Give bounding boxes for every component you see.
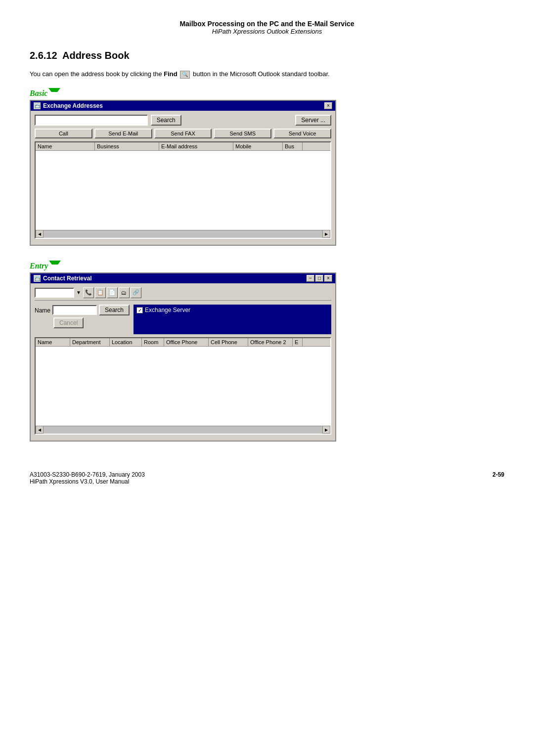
exchange-col-email: E-Mail address xyxy=(159,142,233,150)
contact-dialog-icon: 📇 xyxy=(34,275,41,282)
contact-toolbar-copy-btn[interactable]: 📋 xyxy=(95,287,106,298)
contact-dialog-body: ▼ 📞 📋 📄 🗂 🔗 Name Search Cancel xyxy=(31,283,335,441)
exchange-list-area: Name Business E-Mail address Mobile Bus … xyxy=(35,141,331,239)
exchange-dialog-controls: × xyxy=(324,102,332,109)
exchange-scroll-right[interactable]: ▶ xyxy=(322,230,330,238)
contact-list-body xyxy=(36,347,330,426)
contact-toolbar-doc-btn[interactable]: 📄 xyxy=(107,287,118,298)
contact-list-area: Name Department Location Room Office Pho… xyxy=(35,337,331,435)
contact-toolbar-input[interactable] xyxy=(35,288,74,298)
exchange-scroll-left[interactable]: ◀ xyxy=(36,230,44,238)
contact-cancel-row: Cancel xyxy=(35,317,130,328)
exchange-dialog-titlebar: 📇 Exchange Addresses × xyxy=(31,101,335,111)
exchange-search-button[interactable]: Search xyxy=(151,115,181,126)
page-title: Mailbox Processing on the PC and the E-M… xyxy=(30,20,504,28)
exchange-dialog-title-left: 📇 Exchange Addresses xyxy=(34,102,103,109)
section-heading: 2.6.12 Address Book xyxy=(30,50,504,61)
footer-left: A31003-S2330-B690-2-7619, January 2003 H… xyxy=(30,471,145,485)
find-icon: 🔍 xyxy=(180,71,190,79)
contact-col-location: Location xyxy=(110,338,142,346)
page-subtitle: HiPath Xpressions Outlook Extensions xyxy=(30,28,504,35)
exchange-list-body xyxy=(36,151,330,230)
exchange-server-checkbox[interactable]: ✓ xyxy=(136,307,143,313)
footer-doc-ref: A31003-S2330-B690-2-7619, January 2003 xyxy=(30,471,145,478)
contact-col-room: Room xyxy=(142,338,164,346)
contact-col-department: Department xyxy=(70,338,110,346)
contact-col-office-phone2: Office Phone 2 xyxy=(248,338,293,346)
exchange-actions-row: Call Send E-Mail Send FAX Send SMS Send … xyxy=(35,129,331,138)
exchange-close-button[interactable]: × xyxy=(324,102,332,109)
footer-page-number: 2-59 xyxy=(492,471,504,485)
exchange-dialog-title: Exchange Addresses xyxy=(43,102,103,109)
exchange-col-bus: Bus xyxy=(283,142,303,150)
exchange-list-header: Name Business E-Mail address Mobile Bus xyxy=(36,142,330,151)
contact-name-input[interactable] xyxy=(52,305,97,315)
contact-scroll-track[interactable] xyxy=(44,426,322,434)
contact-name-row: Name Search xyxy=(35,305,130,315)
exchange-col-name: Name xyxy=(36,142,95,150)
exchange-dialog-icon: 📇 xyxy=(34,102,41,109)
exchange-addresses-dialog: 📇 Exchange Addresses × Search Server ...… xyxy=(30,100,336,246)
contact-search-area: Name Search Cancel ✓ Exchange Server xyxy=(35,305,331,334)
contact-scrollbar-horizontal[interactable]: ◀ ▶ xyxy=(36,426,330,434)
contact-dialog-controls: − □ × xyxy=(307,275,332,282)
contact-toolbar-phone-btn[interactable]: 📞 xyxy=(83,287,94,298)
exchange-send-voice-button[interactable]: Send Voice xyxy=(273,129,331,138)
contact-toolbar: ▼ 📞 📋 📄 🗂 🔗 xyxy=(35,287,331,301)
contact-toolbar-link-btn[interactable]: 🔗 xyxy=(131,287,141,298)
exchange-send-fax-button[interactable]: Send FAX xyxy=(154,129,212,138)
contact-dialog-title: Contact Retrieval xyxy=(43,275,92,282)
contact-dialog-title-left: 📇 Contact Retrieval xyxy=(34,275,92,282)
contact-search-button[interactable]: Search xyxy=(99,305,130,315)
exchange-server-area: ✓ Exchange Server xyxy=(134,305,331,334)
exchange-scroll-track[interactable] xyxy=(44,230,322,238)
body-text: You can open the address book by clickin… xyxy=(30,69,504,79)
contact-toolbar-file-btn[interactable]: 🗂 xyxy=(119,287,130,298)
contact-scroll-left[interactable]: ◀ xyxy=(36,426,44,434)
exchange-search-input[interactable] xyxy=(35,115,148,126)
exchange-server-label: Exchange Server xyxy=(145,307,190,313)
contact-list-header: Name Department Location Room Office Pho… xyxy=(36,338,330,347)
basic-label: Basic xyxy=(30,88,504,98)
toolbar-separator: ▼ xyxy=(76,290,81,295)
contact-search-controls: Name Search Cancel xyxy=(35,305,130,334)
contact-cancel-button[interactable]: Cancel xyxy=(53,317,84,328)
exchange-server-button[interactable]: Server ... xyxy=(295,115,331,126)
contact-scroll-right[interactable]: ▶ xyxy=(322,426,330,434)
contact-dialog-titlebar: 📇 Contact Retrieval − □ × xyxy=(31,273,335,283)
contact-min-button[interactable]: − xyxy=(307,275,314,282)
exchange-col-mobile: Mobile xyxy=(233,142,283,150)
exchange-search-row: Search Server ... xyxy=(35,115,331,126)
entry-label: Entry xyxy=(30,261,504,270)
contact-name-label: Name xyxy=(35,307,50,314)
contact-col-cell-phone: Cell Phone xyxy=(209,338,248,346)
exchange-col-business: Business xyxy=(95,142,159,150)
contact-max-button[interactable]: □ xyxy=(315,275,323,282)
contact-col-office-phone: Office Phone xyxy=(164,338,209,346)
exchange-dialog-body: Search Server ... Call Send E-Mail Send … xyxy=(31,111,335,245)
exchange-send-email-button[interactable]: Send E-Mail xyxy=(94,129,152,138)
contact-col-name: Name xyxy=(36,338,70,346)
page-footer: A31003-S2330-B690-2-7619, January 2003 H… xyxy=(30,471,504,485)
footer-product: HiPath Xpressions V3.0, User Manual xyxy=(30,478,145,485)
contact-col-e: E xyxy=(293,338,303,346)
contact-retrieval-dialog: 📇 Contact Retrieval − □ × ▼ 📞 📋 📄 🗂 🔗 Na… xyxy=(30,272,336,442)
page-header: Mailbox Processing on the PC and the E-M… xyxy=(30,20,504,35)
exchange-call-button[interactable]: Call xyxy=(35,129,92,138)
exchange-scrollbar-horizontal[interactable]: ◀ ▶ xyxy=(36,230,330,238)
contact-close-button[interactable]: × xyxy=(324,275,332,282)
exchange-send-sms-button[interactable]: Send SMS xyxy=(214,129,271,138)
